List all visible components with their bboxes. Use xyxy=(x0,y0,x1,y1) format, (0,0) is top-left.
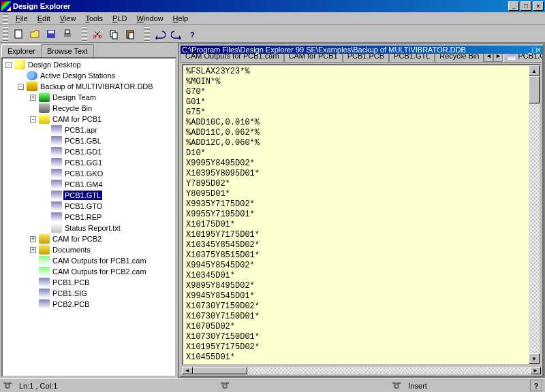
status-arrow-icon-2: ➰ xyxy=(220,381,230,390)
tree-item[interactable]: Recycle Bin xyxy=(3,103,175,114)
vertical-scrollbar[interactable]: ▲ ▼ xyxy=(529,65,540,364)
expand-toggle[interactable]: - xyxy=(30,116,36,122)
status-help-button[interactable]: ? xyxy=(530,380,542,391)
menu-handle[interactable] xyxy=(3,13,8,24)
tree-label: PCB1.GBL xyxy=(63,136,103,146)
expand-toggle[interactable]: + xyxy=(30,95,36,101)
tree-label: PCB1.GD1 xyxy=(63,147,103,157)
doc-tab-active[interactable]: PCB1.GTL xyxy=(503,54,542,62)
close-button[interactable]: × xyxy=(533,1,544,11)
cut-button[interactable] xyxy=(90,27,105,42)
maximize-button[interactable]: □ xyxy=(520,1,531,11)
tree-item[interactable]: PCB1.SIG xyxy=(3,288,175,299)
doc-tab[interactable]: PCB1.PCB xyxy=(343,54,389,62)
text-editor[interactable]: %FSLAX23Y23*% %MOIN*% G70* G01* G75* %AD… xyxy=(183,65,529,364)
toolbar-handle-3[interactable] xyxy=(144,27,150,42)
menu-bar: FileEditViewToolsPLDWindowHelp xyxy=(0,12,545,25)
tree-label: PCB1.GM4 xyxy=(63,180,104,189)
doc-tab[interactable]: CAM Outputs for PCB1.cam xyxy=(181,54,284,62)
app-titlebar: Design Explorer _ □ × xyxy=(0,0,545,12)
tree-item[interactable]: +CAM for PCB2 xyxy=(3,233,175,244)
expand-toggle[interactable]: + xyxy=(30,236,36,242)
doc-tab[interactable]: CAM for PCB1 xyxy=(284,54,343,62)
tree-item[interactable]: PCB1.GG1 xyxy=(3,157,175,168)
tab-browse-text[interactable]: Browse Text xyxy=(41,44,94,57)
tree-item[interactable]: -Design Desktop xyxy=(3,59,175,70)
tree-item[interactable]: +Design Team xyxy=(3,92,175,103)
tree-item[interactable]: Status Report.txt xyxy=(3,223,175,233)
scroll-left-button[interactable]: ◄ xyxy=(182,367,193,374)
paste-button[interactable] xyxy=(123,27,138,42)
menu-help[interactable]: Help xyxy=(168,13,193,24)
tree-item[interactable]: -CAM for PCB1 xyxy=(3,114,175,125)
tree-label: PCB1.PCB xyxy=(51,278,91,287)
tree-item[interactable]: PCB1.PCB xyxy=(3,277,175,288)
toolbar-handle[interactable] xyxy=(3,27,8,42)
tree-label: PCB1.GTL xyxy=(63,191,102,200)
print-button[interactable] xyxy=(60,27,75,42)
hscroll-track[interactable] xyxy=(193,367,530,374)
menu-window[interactable]: Window xyxy=(131,13,168,24)
scroll-right-button[interactable]: ► xyxy=(530,367,541,374)
tree-item[interactable]: PCB1.GM4 xyxy=(3,179,175,190)
tree-label: PCB1.REP xyxy=(63,212,103,222)
scroll-track[interactable] xyxy=(529,76,540,353)
tree-item[interactable]: CAM Outputs for PCB2.cam xyxy=(3,266,175,277)
tree-icon xyxy=(39,93,50,102)
menu-pld[interactable]: PLD xyxy=(108,13,131,24)
svg-rect-4 xyxy=(65,30,69,33)
undo-button[interactable] xyxy=(153,27,168,42)
tree-item[interactable]: PCB1.apr xyxy=(3,125,175,135)
tab-nav[interactable]: ► xyxy=(493,54,503,62)
hscroll-thumb[interactable] xyxy=(193,367,247,374)
tree-label: PCB1.apr xyxy=(63,125,99,135)
doc-tab[interactable]: Recycle Bin xyxy=(435,54,484,62)
redo-button[interactable] xyxy=(169,27,184,42)
tree-item[interactable]: CAM Outputs for PCB1.cam xyxy=(3,255,175,266)
tree-item[interactable]: PCB1.GTO xyxy=(3,201,175,212)
save-button[interactable] xyxy=(44,27,59,42)
tree-icon xyxy=(51,147,62,157)
svg-text:?: ? xyxy=(190,31,195,39)
tree-item[interactable]: PCB2.PCB xyxy=(3,299,175,310)
tree-icon xyxy=(51,201,62,211)
minimize-button[interactable]: _ xyxy=(508,1,519,11)
tab-nav[interactable]: ◄ xyxy=(484,54,493,62)
tree-item[interactable]: PCB1.GKO xyxy=(3,168,175,179)
menu-tools[interactable]: Tools xyxy=(80,13,108,24)
tree-label: Recycle Bin xyxy=(51,103,93,113)
tree-label: PCB1.GKO xyxy=(63,169,104,178)
tree-item[interactable]: -Backup of MULTIVIBRATOR.DDB xyxy=(3,81,175,92)
tree-item[interactable]: +Documents xyxy=(3,244,175,255)
toolbar: ? xyxy=(0,25,545,43)
horizontal-scrollbar[interactable]: ◄ ► xyxy=(182,367,541,374)
toolbar-handle-2[interactable] xyxy=(82,27,87,42)
tree-item[interactable]: PCB1.REP xyxy=(3,212,175,223)
tree-item[interactable]: PCB1.GD1 xyxy=(3,146,175,157)
scroll-down-button[interactable]: ▼ xyxy=(529,353,540,364)
scroll-thumb[interactable] xyxy=(529,76,540,103)
tree-item[interactable]: Active Design Stations xyxy=(3,70,175,81)
tab-explorer[interactable]: Explorer xyxy=(1,44,42,57)
tree-icon xyxy=(51,223,62,233)
tree-icon xyxy=(39,267,50,276)
scroll-up-button[interactable]: ▲ xyxy=(529,65,540,76)
expand-toggle[interactable]: - xyxy=(18,84,24,90)
menu-edit[interactable]: Edit xyxy=(33,13,55,24)
doc-close-button[interactable]: × xyxy=(537,46,541,54)
menu-view[interactable]: View xyxy=(55,13,81,24)
copy-button[interactable] xyxy=(106,27,121,42)
tree-item[interactable]: PCB1.GTL xyxy=(3,190,175,201)
help-button[interactable]: ? xyxy=(185,27,200,42)
doc-tab[interactable]: PCB1.GTL xyxy=(389,54,435,62)
tree-label: CAM for PCB2 xyxy=(51,234,103,244)
design-tree[interactable]: -Design DesktopActive Design Stations-Ba… xyxy=(1,57,176,377)
tree-item[interactable]: PCB1.GBL xyxy=(3,135,175,146)
tree-label: Design Desktop xyxy=(27,60,82,69)
menu-file[interactable]: File xyxy=(11,13,33,24)
expand-toggle[interactable]: + xyxy=(30,247,36,253)
new-button[interactable] xyxy=(11,27,26,42)
doc-maximize-button[interactable]: □ xyxy=(532,46,537,54)
open-button[interactable] xyxy=(27,27,42,42)
expand-toggle[interactable]: - xyxy=(5,62,12,68)
